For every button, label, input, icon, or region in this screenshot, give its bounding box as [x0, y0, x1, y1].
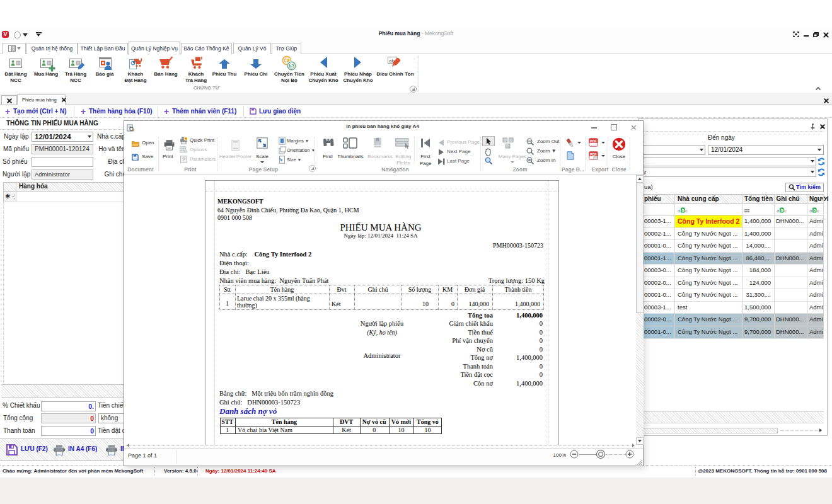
svg-text:PDF: PDF — [590, 152, 596, 156]
svg-text:a: a — [777, 208, 780, 213]
svg-text:b: b — [813, 208, 816, 212]
svg-text:b: b — [780, 208, 783, 212]
svg-text:?: ? — [182, 156, 186, 163]
svg-text:b: b — [681, 208, 684, 212]
svg-text:a: a — [678, 208, 681, 213]
svg-text:a: a — [809, 208, 812, 213]
svg-text:c: c — [784, 208, 787, 213]
svg-text:c: c — [685, 208, 688, 213]
svg-text:c: c — [817, 208, 819, 213]
svg-text:$: $ — [290, 62, 294, 69]
svg-text:PDF: PDF — [590, 139, 596, 143]
